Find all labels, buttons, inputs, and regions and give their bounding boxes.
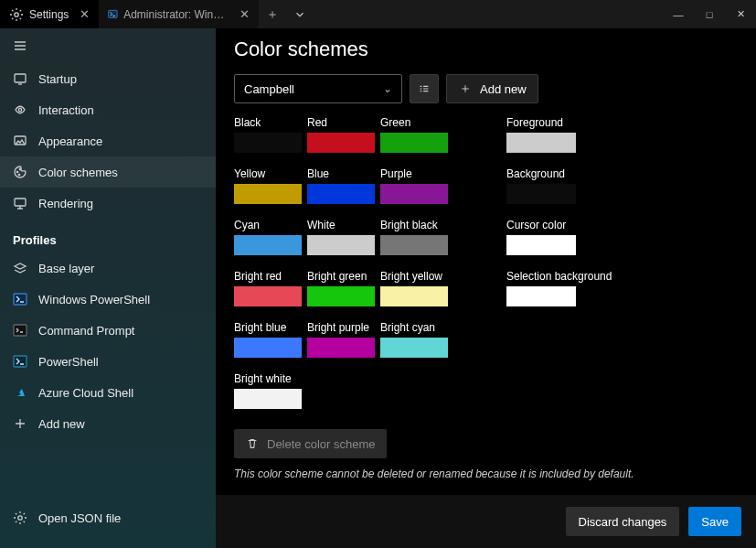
color-label: Bright yellow: [380, 270, 453, 283]
close-window-button[interactable]: ✕: [725, 0, 756, 28]
profiles-header: Profiles: [0, 219, 216, 253]
color-foreground: Foreground: [506, 116, 580, 153]
svg-rect-2: [15, 74, 26, 82]
color-label: Bright purple: [307, 321, 380, 334]
maximize-icon: □: [707, 9, 713, 20]
sidebar-item-label: Open JSON file: [38, 511, 121, 525]
close-icon[interactable]: ✕: [80, 7, 90, 21]
color-label: Selection background: [506, 270, 580, 283]
svg-point-3: [18, 108, 21, 111]
svg-rect-11: [14, 356, 27, 367]
color-bright-black: Bright black: [380, 219, 453, 255]
color-red: Red: [307, 116, 380, 153]
sidebar-add-new-profile[interactable]: Add new: [0, 408, 216, 439]
minimize-button[interactable]: —: [663, 0, 694, 28]
color-cursor-color: Cursor color: [506, 219, 580, 255]
color-label: Bright cyan: [380, 321, 453, 334]
hamburger-button[interactable]: [0, 28, 216, 63]
title-bar: Settings ✕ Administrator: Windows PowerS…: [0, 0, 756, 28]
color-bright-blue: Bright blue: [234, 321, 307, 358]
color-label: Green: [380, 116, 453, 129]
sidebar-item-color-schemes[interactable]: Color schemes: [0, 156, 216, 188]
footer: Discard changes Save: [216, 495, 756, 548]
color-swatch[interactable]: [506, 235, 576, 255]
color-bright-purple: Bright purple: [307, 321, 380, 358]
discard-button[interactable]: Discard changes: [566, 507, 680, 536]
color-swatch[interactable]: [307, 338, 375, 358]
color-swatch[interactable]: [234, 286, 302, 306]
sidebar-item-appearance[interactable]: Appearance: [0, 125, 216, 156]
startup-icon: [13, 71, 27, 86]
maximize-button[interactable]: □: [694, 0, 725, 28]
color-swatch[interactable]: [234, 235, 302, 255]
sidebar-open-json-file[interactable]: Open JSON file: [0, 502, 216, 533]
scheme-select[interactable]: Campbell ⌄: [234, 74, 402, 103]
sidebar-item-label: Windows PowerShell: [38, 293, 150, 306]
color-swatch[interactable]: [380, 133, 448, 153]
sidebar-item-interaction[interactable]: Interaction: [0, 94, 216, 125]
sidebar-profile-azure-cloud-shell[interactable]: Azure Cloud Shell: [0, 377, 216, 408]
color-swatch[interactable]: [307, 286, 375, 306]
color-purple: Purple: [380, 167, 453, 204]
sidebar-item-label: Add new: [38, 417, 85, 431]
svg-point-7: [18, 174, 19, 175]
color-swatch[interactable]: [234, 389, 302, 409]
sidebar-profile-command-prompt[interactable]: Command Prompt: [0, 315, 216, 346]
tab-settings[interactable]: Settings ✕: [0, 0, 99, 28]
color-swatch[interactable]: [506, 286, 576, 306]
sidebar-item-label: Base layer: [38, 262, 94, 275]
sidebar-item-label: Startup: [38, 72, 77, 86]
tab-dropdown-button[interactable]: [286, 0, 314, 28]
sidebar-item-rendering[interactable]: Rendering: [0, 188, 216, 219]
color-label: Blue: [307, 167, 380, 180]
color-swatch[interactable]: [380, 184, 448, 204]
color-swatch[interactable]: [380, 286, 448, 306]
color-selection-background: Selection background: [506, 270, 580, 306]
sidebar-item-label: Color schemes: [38, 166, 118, 179]
color-label: Bright red: [234, 270, 307, 283]
svg-rect-10: [14, 325, 27, 336]
color-label: Yellow: [234, 167, 307, 180]
sidebar-item-label: Appearance: [38, 134, 102, 148]
color-swatch[interactable]: [307, 184, 375, 204]
save-button[interactable]: Save: [688, 507, 741, 536]
sidebar-profile-base-layer[interactable]: Base layer: [0, 253, 216, 284]
color-schemes-icon: [13, 165, 27, 179]
sidebar-profile-powershell[interactable]: PowerShell: [0, 346, 216, 377]
tab-powershell[interactable]: Administrator: Windows PowerS ✕: [99, 0, 259, 28]
color-swatch[interactable]: [506, 184, 576, 204]
add-new-scheme-button[interactable]: Add new: [446, 74, 538, 103]
color-swatch[interactable]: [380, 235, 448, 255]
color-swatch[interactable]: [234, 184, 302, 204]
sidebar-profile-windows-powershell[interactable]: Windows PowerShell: [0, 284, 216, 315]
discard-label: Discard changes: [579, 515, 667, 529]
color-swatch[interactable]: [234, 133, 302, 153]
svg-point-0: [15, 12, 18, 16]
color-label: Purple: [380, 167, 453, 180]
color-swatch[interactable]: [307, 235, 375, 255]
sidebar-item-startup[interactable]: Startup: [0, 63, 216, 94]
svg-rect-8: [15, 199, 26, 206]
color-green: Green: [380, 116, 453, 153]
color-white: White: [307, 219, 380, 255]
color-label: Bright black: [380, 219, 453, 231]
gear-icon: [9, 7, 24, 22]
color-blue: Blue: [307, 167, 380, 204]
color-cyan: Cyan: [234, 219, 307, 255]
color-swatch[interactable]: [307, 133, 375, 153]
rename-scheme-button[interactable]: [410, 74, 439, 103]
color-label: Red: [307, 116, 380, 129]
color-swatch[interactable]: [380, 338, 448, 358]
sidebar-item-label: Azure Cloud Shell: [38, 386, 133, 400]
chevron-down-icon: ⌄: [383, 82, 392, 95]
close-icon[interactable]: ✕: [240, 7, 250, 21]
color-yellow: Yellow: [234, 167, 307, 204]
color-label: Foreground: [506, 116, 580, 129]
tab-label: Administrator: Windows PowerS: [123, 8, 229, 21]
add-new-label: Add new: [480, 82, 527, 96]
new-tab-button[interactable]: ＋: [259, 0, 286, 28]
color-swatch[interactable]: [234, 338, 302, 358]
color-swatch[interactable]: [506, 133, 576, 153]
color-label: Bright blue: [234, 321, 307, 334]
svg-point-12: [18, 516, 22, 520]
